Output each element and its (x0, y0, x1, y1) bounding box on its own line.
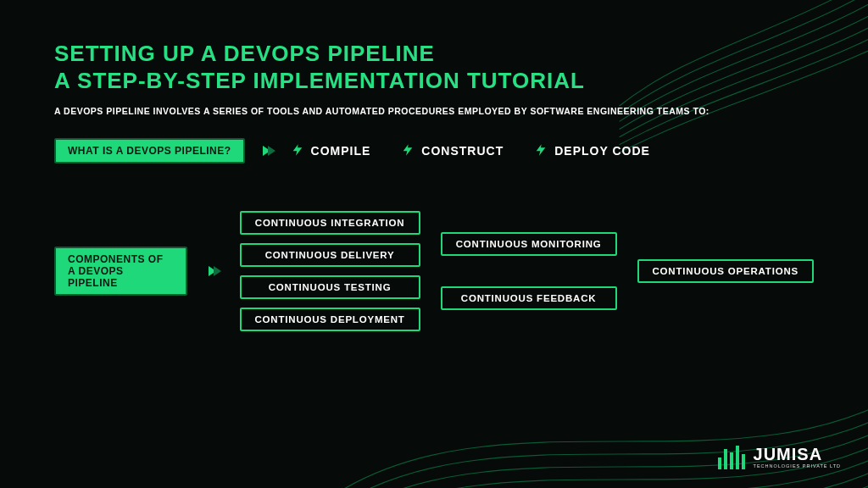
bolt-icon (401, 143, 415, 159)
title-line-2: A STEP-BY-STEP IMPLEMENTATION TUTORIAL (54, 68, 585, 93)
brand-logo: JUMISA TECHNOLOGIES PRIVATE LTD (718, 446, 841, 469)
section-components: COMPONENTS OF A DEVOPS PIPELINE CONTINUO… (54, 211, 814, 331)
what-is-label: WHAT IS A DEVOPS PIPELINE? (54, 138, 245, 164)
logo-text: JUMISA TECHNOLOGIES PRIVATE LTD (754, 446, 841, 469)
logo-name: JUMISA (754, 446, 841, 463)
components-columns: CONTINUOUS INTEGRATION CONTINUOUS DELIVE… (240, 211, 815, 331)
component-item: CONTINUOUS MONITORING (441, 232, 617, 256)
logo-mark-icon (718, 446, 745, 469)
component-item: CONTINUOUS FEEDBACK (441, 286, 617, 310)
component-item: CONTINUOUS DEPLOYMENT (240, 308, 420, 331)
action-deploy: DEPLOY CODE (534, 143, 650, 159)
bolt-icon (291, 143, 304, 159)
component-item: CONTINUOUS INTEGRATION (240, 211, 420, 235)
actions-list: COMPILE CONSTRUCT DEPLOY CODE (291, 143, 650, 159)
action-construct: CONSTRUCT (401, 143, 504, 159)
bolt-icon (534, 143, 548, 159)
components-label: COMPONENTS OF A DEVOPS PIPELINE (54, 247, 187, 296)
components-col-3: CONTINUOUS OPERATIONS (637, 259, 814, 283)
arrow-right-icon (260, 143, 275, 158)
component-item: CONTINUOUS DELIVERY (240, 243, 420, 267)
section-what-is: WHAT IS A DEVOPS PIPELINE? COMPILE CONST… (54, 138, 814, 164)
action-label: CONSTRUCT (421, 144, 504, 158)
page-title: SETTING UP A DEVOPS PIPELINE A STEP-BY-S… (54, 41, 814, 94)
arrow-right-icon (206, 263, 221, 279)
components-col-2: CONTINUOUS MONITORING CONTINUOUS FEEDBAC… (441, 232, 617, 310)
logo-subtitle: TECHNOLOGIES PRIVATE LTD (754, 464, 841, 469)
action-label: COMPILE (311, 144, 371, 158)
action-label: DEPLOY CODE (554, 144, 650, 158)
action-compile: COMPILE (291, 143, 371, 159)
component-item: CONTINUOUS TESTING (240, 275, 420, 299)
title-line-1: SETTING UP A DEVOPS PIPELINE (54, 41, 435, 66)
intro-text: A DEVOPS PIPELINE INVOLVES A SERIES OF T… (54, 106, 814, 116)
component-item: CONTINUOUS OPERATIONS (637, 259, 814, 283)
components-col-1: CONTINUOUS INTEGRATION CONTINUOUS DELIVE… (240, 211, 420, 331)
